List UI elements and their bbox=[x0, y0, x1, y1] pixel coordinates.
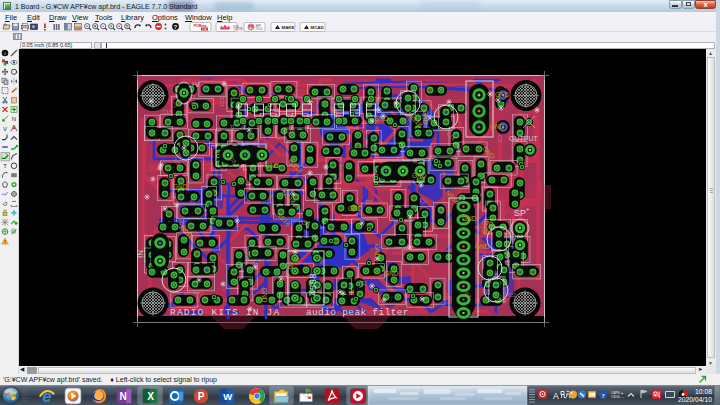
svg-text:T: T bbox=[3, 163, 7, 169]
svg-text:C4: C4 bbox=[193, 289, 200, 295]
svg-text:KANA —: KANA — bbox=[611, 395, 624, 399]
svg-text:OUTPUT: OUTPUT bbox=[509, 135, 539, 142]
svg-text:50:50: 50:50 bbox=[256, 27, 263, 31]
svg-text:+V: +V bbox=[191, 81, 200, 88]
svg-text:R8: R8 bbox=[319, 257, 325, 264]
svg-text:C4: C4 bbox=[438, 207, 444, 214]
svg-text:R22: R22 bbox=[357, 280, 367, 286]
svg-text:C16: C16 bbox=[405, 111, 411, 121]
svg-text:+: + bbox=[526, 206, 530, 212]
svg-text:V: V bbox=[3, 126, 7, 132]
svg-text:RADIO KITS IN JA: RADIO KITS IN JA bbox=[170, 307, 280, 318]
svg-text:GND: GND bbox=[495, 91, 510, 98]
svg-text:A: A bbox=[553, 391, 559, 401]
svg-text:Lab: Lab bbox=[202, 27, 207, 31]
svg-text:N: N bbox=[119, 391, 126, 402]
svg-text:MCAD: MCAD bbox=[311, 25, 324, 30]
svg-text:P: P bbox=[198, 391, 205, 402]
svg-text:e: e bbox=[42, 387, 51, 405]
svg-text:4558: 4558 bbox=[308, 273, 319, 296]
svg-text:GND: GND bbox=[374, 244, 381, 259]
svg-text:R22: R22 bbox=[506, 292, 516, 298]
svg-text:C21: C21 bbox=[219, 97, 225, 107]
svg-text:C16: C16 bbox=[285, 128, 295, 134]
svg-text:VR1: VR1 bbox=[178, 218, 184, 229]
svg-text:C7: C7 bbox=[497, 135, 503, 142]
svg-text:N: N bbox=[12, 116, 16, 122]
svg-text:GND: GND bbox=[384, 270, 399, 277]
svg-text:GND: GND bbox=[173, 183, 188, 190]
svg-text:?: ? bbox=[601, 392, 604, 399]
svg-text:X: X bbox=[147, 391, 154, 402]
svg-text:GND: GND bbox=[462, 215, 477, 222]
svg-text:D3: D3 bbox=[299, 220, 306, 226]
svg-text:W: W bbox=[223, 391, 232, 402]
svg-text:C7: C7 bbox=[288, 159, 294, 166]
svg-text:10:08: 10:08 bbox=[695, 388, 712, 395]
svg-text:GND: GND bbox=[475, 243, 490, 250]
svg-text:2020/04/10: 2020/04/10 bbox=[678, 396, 712, 403]
svg-text:GND: GND bbox=[265, 162, 280, 169]
svg-text:C7: C7 bbox=[482, 220, 489, 226]
svg-text:PB: PB bbox=[249, 25, 254, 29]
svg-text:MAKE: MAKE bbox=[282, 25, 295, 30]
svg-text:audio peak filter: audio peak filter bbox=[306, 307, 409, 318]
svg-text:R1: R1 bbox=[366, 199, 373, 205]
svg-text:SP: SP bbox=[514, 208, 526, 218]
svg-text:C16: C16 bbox=[190, 95, 196, 105]
svg-text:R12: R12 bbox=[229, 125, 235, 135]
svg-text:GND: GND bbox=[348, 205, 363, 212]
svg-text:GND: GND bbox=[490, 123, 505, 130]
svg-text:GND: GND bbox=[261, 288, 268, 303]
svg-text:GND: GND bbox=[412, 172, 427, 179]
svg-text:C16: C16 bbox=[162, 109, 172, 115]
svg-text:QUOTE: QUOTE bbox=[234, 27, 243, 31]
svg-text:IN: IN bbox=[136, 250, 145, 258]
